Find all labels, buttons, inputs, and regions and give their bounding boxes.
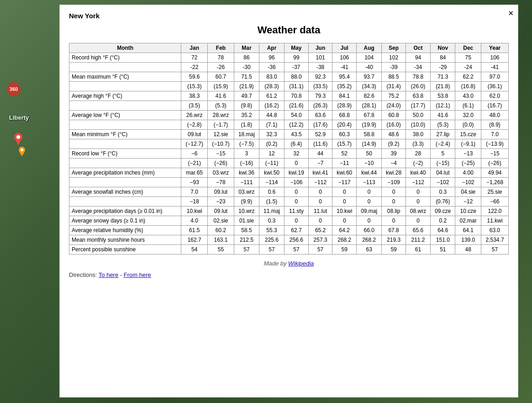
cell: 52 <box>332 149 357 159</box>
cell: 60.7 <box>208 72 234 82</box>
cell: 60.2 <box>208 226 234 235</box>
row-label-empty <box>69 82 181 91</box>
cell: 212.5 <box>234 235 259 245</box>
col-jul: Jul <box>332 43 357 53</box>
sub-cell: (26.3) <box>308 101 332 111</box>
row-label: Average precipitation inches (mm) <box>69 168 181 178</box>
sub-cell: -24 <box>455 63 481 72</box>
col-apr: Apr <box>259 43 284 53</box>
cell: kwi.36 <box>234 168 259 178</box>
cell: 99 <box>284 53 309 63</box>
cell: 57 <box>308 245 332 255</box>
cell: 64.1 <box>455 226 481 235</box>
cell: 97.0 <box>481 72 509 82</box>
cell: 75.2 <box>382 91 406 101</box>
sub-cell: 0 <box>308 197 332 207</box>
map-pin-2 <box>18 146 26 158</box>
cell: 35.2 <box>234 111 259 120</box>
cell: 0 <box>382 216 406 226</box>
sub-cell: (28.3) <box>259 82 284 91</box>
cell: 94 <box>406 53 430 63</box>
table-row: Average precipitation inches (mm)mar.650… <box>69 168 509 178</box>
sub-cell: (21.9) <box>234 82 259 91</box>
sub-cell: (−25) <box>455 159 481 168</box>
cell: 15.cze <box>455 130 481 139</box>
cell: 0 <box>308 187 332 197</box>
cell: 122.0 <box>481 207 509 216</box>
sub-cell: (−2.4) <box>431 139 455 149</box>
sub-cell: (15.9) <box>208 82 234 91</box>
cell: −13 <box>455 149 481 159</box>
table-row: Average low °F (°C)26.wrz28.wrz35.244.85… <box>69 111 509 120</box>
sub-cell: 0 <box>357 197 382 207</box>
sub-cell: −4 <box>382 159 406 168</box>
cell: 60.8 <box>382 111 406 120</box>
sub-cell: (6.4) <box>284 139 309 149</box>
table-row: Mean minimum °F (°C)09.lut12.sie18.maj32… <box>69 130 509 139</box>
row-label-empty <box>69 139 181 149</box>
cell: 7.0 <box>181 187 208 197</box>
col-nov: Nov <box>431 43 455 53</box>
table-row: Record low °F (°C)−6−153123244525039285−… <box>69 149 509 159</box>
cell: 92.3 <box>308 72 332 82</box>
cell: 01.sie <box>234 216 259 226</box>
cell: 96 <box>259 53 284 63</box>
row-label: Average snowy days (≥ 0.1 in) <box>69 216 181 226</box>
sub-cell: (31.1) <box>284 82 309 91</box>
month-header: Month <box>69 43 181 53</box>
sub-cell: (7.1) <box>259 120 284 130</box>
sub-cell: −23 <box>208 197 234 207</box>
cell: 32 <box>284 149 309 159</box>
close-button[interactable]: × <box>508 9 513 18</box>
sub-cell: −12 <box>455 197 481 207</box>
sub-cell: (12.1) <box>431 101 455 111</box>
cell: 7.0 <box>481 130 509 139</box>
cell: 09.lut <box>208 207 234 216</box>
cell: 64.6 <box>431 226 455 235</box>
sub-cell: -30 <box>234 63 259 72</box>
table-row: Average relative humidity (%)61.560.258.… <box>69 226 509 235</box>
row-label: Average low °F (°C) <box>69 111 181 120</box>
sub-cell: (17.6) <box>308 120 332 130</box>
table-sub-row: −93−78−111−114−106−112−117−113−109−112−1… <box>69 178 509 187</box>
cell: 57 <box>259 245 284 255</box>
cell: 62.2 <box>455 72 481 82</box>
cell: 25.sie <box>481 187 509 197</box>
cell: mar.65 <box>181 168 208 178</box>
cell: 54.0 <box>284 111 309 120</box>
cell: 02.sie <box>208 216 234 226</box>
cell: 0.3 <box>259 216 284 226</box>
weather-table: Month Jan Feb Mar Apr May Jun Jul Aug Se… <box>69 43 509 255</box>
to-here-link[interactable]: To here <box>99 271 118 278</box>
liberty-label: Liberty <box>9 114 29 121</box>
cell: 139.0 <box>455 235 481 245</box>
cell: 55 <box>208 245 234 255</box>
cell: 49.7 <box>234 91 259 101</box>
sub-cell: (16.7) <box>481 101 509 111</box>
cell: 84.1 <box>332 91 357 101</box>
sub-cell: -41 <box>332 63 357 72</box>
sub-cell: (1.8) <box>234 120 259 130</box>
from-here-link[interactable]: From here <box>124 271 151 278</box>
cell: 268.2 <box>357 235 382 245</box>
sub-cell: −114 <box>259 178 284 187</box>
sub-cell: (35.2) <box>332 82 357 91</box>
cell: 44.8 <box>259 111 284 120</box>
cell: 78.8 <box>406 72 430 82</box>
sub-cell: (20.4) <box>332 120 357 130</box>
cell: 219.3 <box>382 235 406 245</box>
cell: 71.5 <box>234 72 259 82</box>
table-row: Mean monthly sunshine hours162.7163.1212… <box>69 235 509 245</box>
cell: kwi.50 <box>259 168 284 178</box>
cell: 57 <box>481 245 509 255</box>
sub-cell: (19.9) <box>357 120 382 130</box>
wikipedia-link[interactable]: Wikipedia <box>288 260 314 267</box>
sub-cell: −106 <box>284 178 309 187</box>
cell: 61.5 <box>181 226 208 235</box>
sub-cell: (−12.7) <box>181 139 208 149</box>
row-label: Record high °F (°C) <box>69 53 181 63</box>
cell: 211.2 <box>406 235 430 245</box>
sub-cell: (−21) <box>181 159 208 168</box>
cell: 28.wrz <box>208 111 234 120</box>
row-label-empty <box>69 101 181 111</box>
